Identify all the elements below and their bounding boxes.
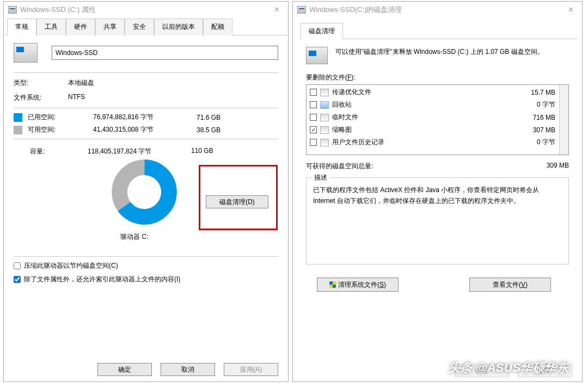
file-checkbox[interactable] [310, 114, 317, 121]
file-checkbox[interactable] [310, 89, 317, 96]
shield-icon [329, 281, 336, 288]
tab-previous[interactable]: 以前的版本 [154, 19, 203, 35]
free-swatch [14, 126, 22, 134]
tab-hardware[interactable]: 硬件 [66, 19, 95, 35]
file-size: 716 MB [533, 114, 555, 121]
file-row[interactable]: 缩略图307 MB [308, 124, 567, 136]
type-value: 本地磁盘 [68, 78, 94, 88]
cap-bytes: 118,405,197,824 字节 [88, 147, 191, 156]
disk-cleanup-button[interactable]: 磁盘清理(D) [206, 195, 268, 208]
compress-label: 压缩此驱动器以节约磁盘空间(C) [24, 261, 118, 270]
tab-security[interactable]: 安全 [125, 19, 154, 35]
compress-checkbox[interactable] [14, 262, 21, 269]
view-files-button[interactable]: 查看文件(V) [469, 278, 551, 292]
tab-general[interactable]: 常规 [7, 19, 36, 35]
properties-dialog: Windows-SSD (C:) 属性 × 常规 工具 硬件 共享 安全 以前的… [3, 1, 289, 382]
drive-letter-caption: 驱动器 C: [120, 232, 148, 242]
file-row[interactable]: 用户文件历史记录0 字节 [308, 136, 567, 149]
drive-icon [297, 6, 306, 14]
file-size: 15.7 MB [531, 89, 555, 96]
svg-point-2 [120, 168, 169, 217]
file-name: 临时文件 [332, 113, 533, 122]
type-label: 类型: [14, 78, 68, 88]
drive-icon [8, 6, 17, 14]
total-label: 可获得的磁盘空间总量: [306, 162, 547, 171]
close-icon[interactable]: × [270, 3, 284, 17]
drive-large-icon [306, 47, 328, 64]
recycle-bin-icon [320, 101, 329, 109]
file-size: 307 MB [533, 126, 555, 134]
used-gb: 71.6 GB [197, 114, 220, 121]
file-size: 0 字节 [537, 100, 555, 109]
file-name: 用户文件历史记录 [332, 138, 537, 147]
group-legend: 描述 [312, 173, 329, 182]
file-name: 回收站 [332, 100, 537, 109]
disk-cleanup-dialog: Windows-SSD(C:)的磁盘清理 × 磁盘清理 可以使用"磁盘清理"来释… [292, 1, 583, 382]
file-row[interactable]: 传递优化文件15.7 MB [308, 86, 567, 98]
file-checkbox[interactable] [310, 139, 317, 146]
ok-button[interactable]: 确定 [97, 363, 152, 376]
file-checkbox[interactable] [310, 101, 317, 108]
free-gb: 38.5 GB [197, 126, 220, 134]
file-icon [320, 89, 329, 96]
free-label: 可用空间: [28, 125, 93, 134]
file-list[interactable]: 传递优化文件15.7 MB回收站0 字节临时文件716 MB缩略图307 MB用… [306, 84, 569, 155]
file-icon [320, 126, 329, 134]
group-text: 已下载的程序文件包括 ActiveX 控件和 Java 小程序，你查看特定网页时… [313, 184, 562, 207]
file-row[interactable]: 临时文件716 MB [308, 111, 567, 124]
tabs: 常规 工具 硬件 共享 安全 以前的版本 配额 [4, 18, 288, 35]
used-bytes: 76,974,882,816 字节 [93, 113, 197, 122]
free-bytes: 41,430,315,008 字节 [93, 125, 197, 134]
file-name: 缩略图 [332, 125, 533, 134]
apply-button[interactable]: 应用(A) [224, 363, 278, 376]
index-checkbox[interactable] [14, 276, 21, 283]
files-to-delete-label: 要删除的文件(F): [306, 73, 569, 82]
tab-sharing[interactable]: 共享 [95, 19, 125, 35]
drive-large-icon [14, 43, 38, 63]
content: 可以使用"磁盘清理"来释放 Windows-SSD (C:) 上的 1.07 G… [293, 39, 582, 381]
file-icon [320, 114, 329, 121]
file-name: 传递优化文件 [332, 88, 531, 97]
titlebar[interactable]: Windows-SSD (C:) 属性 × [4, 2, 288, 18]
total-value: 309 MB [547, 162, 569, 171]
drive-name-input[interactable] [52, 46, 278, 60]
tab-disk-cleanup[interactable]: 磁盘清理 [301, 23, 343, 40]
file-row[interactable]: 回收站0 字节 [308, 98, 567, 111]
file-checkbox[interactable] [310, 126, 317, 133]
window-title: Windows-SSD(C:)的磁盘清理 [309, 5, 402, 15]
description-groupbox: 描述 已下载的程序文件包括 ActiveX 控件和 Java 小程序，你查看特定… [306, 177, 569, 264]
cancel-button[interactable]: 取消 [161, 363, 215, 376]
usage-donut-chart [112, 159, 177, 225]
fs-value: NTFS [68, 93, 85, 102]
watermark: 头条 @ASUS华硕华东 [448, 360, 568, 376]
cleanup-description: 可以使用"磁盘清理"来释放 Windows-SSD (C:) 上的 1.07 G… [335, 47, 569, 64]
cap-gb: 110 GB [191, 147, 213, 156]
fs-label: 文件系统: [14, 93, 68, 102]
tab-quota[interactable]: 配额 [203, 19, 232, 35]
clean-system-files-button[interactable]: 清理系统文件(S) [317, 278, 399, 292]
used-label: 已用空间: [28, 113, 93, 122]
file-size: 0 字节 [537, 138, 555, 147]
titlebar[interactable]: Windows-SSD(C:)的磁盘清理 × [293, 2, 582, 18]
tab-tools[interactable]: 工具 [36, 19, 66, 35]
window-title: Windows-SSD (C:) 属性 [20, 5, 96, 15]
cap-label: 容量: [30, 147, 88, 156]
index-label: 除了文件属性外，还允许索引此驱动器上文件的内容(I) [24, 275, 180, 284]
file-icon [320, 139, 329, 146]
close-icon[interactable]: × [564, 3, 578, 17]
used-swatch [14, 113, 22, 122]
content: 类型: 本地磁盘 文件系统: NTFS 已用空间: 76,974,882,816… [4, 35, 288, 381]
